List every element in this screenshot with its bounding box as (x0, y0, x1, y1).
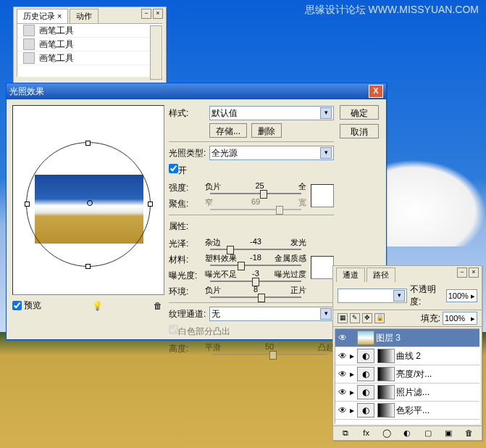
intensity-label: 强度: (169, 182, 205, 194)
ambience-slider[interactable]: 负片8正片 (205, 285, 306, 299)
lock-paint-icon[interactable]: ✎ (350, 313, 360, 323)
blend-mode-combo[interactable]: ▾ (338, 289, 407, 303)
opacity-label: 不透明度: (410, 283, 443, 308)
height-label: 高度: (169, 343, 205, 355)
history-item[interactable]: 画笔工具 (17, 24, 162, 38)
trash-icon[interactable]: 🗑 (153, 301, 163, 311)
history-item[interactable]: 画笔工具 (17, 51, 162, 65)
close-icon[interactable]: × (469, 267, 479, 278)
exposure-label: 曝光度: (169, 270, 205, 282)
chevron-down-icon: ▾ (320, 308, 332, 320)
visibility-icon[interactable]: 👁 (335, 405, 350, 415)
history-panel: −× 历史记录 × 动作 画笔工具 画笔工具 画笔工具 (13, 7, 167, 84)
visibility-icon[interactable]: 👁 (335, 351, 350, 361)
intensity-slider[interactable]: 负片25全 (205, 181, 306, 195)
layer-row[interactable]: 👁▸◐照片滤... (335, 383, 479, 402)
properties-label: 属性: (169, 220, 209, 233)
light-color-swatch[interactable] (311, 184, 334, 207)
opacity-input[interactable]: 100%▸ (446, 289, 477, 302)
material-slider[interactable]: 塑料效果-18金属质感 (205, 253, 306, 267)
watermark: 思缘设计论坛 WWW.MISSYUAN.COM (305, 4, 479, 17)
dialog-title: 光照效果 (9, 86, 44, 98)
lighting-effects-dialog: 光照效果 X 预览 💡 🗑 样式: 默认值▾ (6, 83, 387, 340)
close-icon[interactable]: × (153, 9, 163, 19)
chevron-down-icon: ▾ (320, 107, 332, 119)
focus-slider: 窄69宽 (205, 197, 306, 211)
visibility-icon[interactable]: 👁 (335, 333, 350, 343)
visibility-icon[interactable]: 👁 (335, 369, 350, 379)
cancel-button[interactable]: 取消 (340, 124, 379, 138)
minimize-icon[interactable]: − (457, 267, 467, 278)
adjustment-icon[interactable]: ◐ (402, 428, 412, 439)
handle[interactable] (25, 202, 30, 207)
brush-icon (23, 38, 35, 50)
texture-combo[interactable]: 无▾ (209, 307, 334, 321)
on-checkbox[interactable]: 开 (169, 164, 187, 177)
exposure-slider[interactable]: 曝光不足-3曝光过度 (205, 269, 306, 283)
gloss-label: 光泽: (169, 238, 205, 250)
trash-icon[interactable]: 🗑 (464, 428, 474, 439)
layer-row[interactable]: 👁▸◐曲线 2 (335, 347, 479, 365)
tab-actions[interactable]: 动作 (70, 9, 99, 23)
adj-icon: ◐ (357, 367, 374, 381)
mask-thumb (377, 367, 395, 381)
brush-icon (23, 52, 35, 64)
preview-checkbox[interactable]: 预览 (12, 299, 41, 312)
new-layer-icon[interactable]: ▣ (443, 428, 453, 439)
layers-panel: −× 通道 路径 ▾ 不透明度: 100%▸ ▦ ✎ ✥ 🔒 填充: 100%▸… (332, 265, 482, 441)
layer-row[interactable]: 👁▸◐亮度/对... (335, 365, 479, 383)
handle[interactable] (85, 141, 91, 146)
close-button[interactable]: X (369, 85, 383, 98)
minimize-icon[interactable]: − (141, 9, 151, 19)
adj-icon: ◐ (357, 349, 374, 363)
mask-thumb (377, 349, 395, 363)
ambient-color-swatch[interactable] (311, 256, 334, 279)
focus-label: 聚焦: (169, 198, 205, 210)
layer-row[interactable]: 👁▸◐色彩平... (335, 402, 479, 420)
style-combo[interactable]: 默认值▾ (209, 106, 334, 120)
scrollbar[interactable] (150, 25, 162, 80)
fill-label: 填充: (421, 312, 440, 325)
adj-icon: ◐ (357, 385, 374, 399)
handle[interactable] (148, 202, 153, 207)
tab-history[interactable]: 历史记录 × (17, 9, 68, 23)
lock-all-icon[interactable]: 🔒 (374, 313, 385, 323)
style-label: 样式: (169, 107, 209, 120)
delete-button[interactable]: 删除 (251, 123, 282, 138)
tab-channels[interactable]: 通道 (336, 267, 365, 282)
gloss-slider[interactable]: 杂边-43发光 (205, 237, 306, 251)
titlebar[interactable]: 光照效果 X (7, 83, 386, 99)
handle[interactable] (85, 264, 91, 269)
link-icon[interactable]: ⧉ (340, 428, 351, 439)
material-label: 材料: (169, 254, 205, 266)
adj-icon: ◐ (357, 403, 374, 418)
fx-icon[interactable]: fx (361, 428, 372, 439)
visibility-icon[interactable]: 👁 (335, 387, 350, 397)
mask-thumb (377, 385, 395, 399)
light-center[interactable] (87, 200, 93, 206)
mask-icon[interactable]: ◯ (382, 428, 392, 439)
ok-button[interactable]: 确定 (340, 105, 379, 120)
height-slider: 平滑50凸起 (205, 342, 334, 356)
preview-canvas[interactable] (12, 105, 164, 295)
layer-toolbar: ⧉ fx ◯ ◐ ▢ ▣ 🗑 (333, 426, 482, 441)
layer-list: 👁图层 3 👁▸◐曲线 2 👁▸◐亮度/对... 👁▸◐照片滤... 👁▸◐色彩… (335, 328, 480, 424)
save-button[interactable]: 存储... (209, 123, 247, 138)
chevron-down-icon: ▾ (393, 290, 405, 302)
light-type-label: 光照类型: (169, 147, 209, 159)
layer-row[interactable]: 👁图层 3 (335, 329, 479, 347)
folder-icon[interactable]: ▢ (423, 428, 433, 439)
chevron-down-icon: ▾ (320, 147, 332, 159)
layer-thumb (357, 331, 374, 345)
white-high-checkbox: 白色部分凸出 (169, 325, 230, 338)
texture-label: 纹理通道: (169, 308, 209, 320)
fill-input[interactable]: 100%▸ (443, 312, 477, 325)
lock-move-icon[interactable]: ✥ (362, 313, 372, 323)
lock-pixels-icon[interactable]: ▦ (338, 313, 348, 323)
lightbulb-icon[interactable]: 💡 (92, 301, 102, 311)
mask-thumb (377, 403, 395, 418)
tab-paths[interactable]: 路径 (366, 267, 395, 282)
history-item[interactable]: 画笔工具 (17, 38, 162, 51)
light-type-combo[interactable]: 全光源▾ (209, 146, 334, 160)
history-list: 画笔工具 画笔工具 画笔工具 (17, 23, 163, 77)
